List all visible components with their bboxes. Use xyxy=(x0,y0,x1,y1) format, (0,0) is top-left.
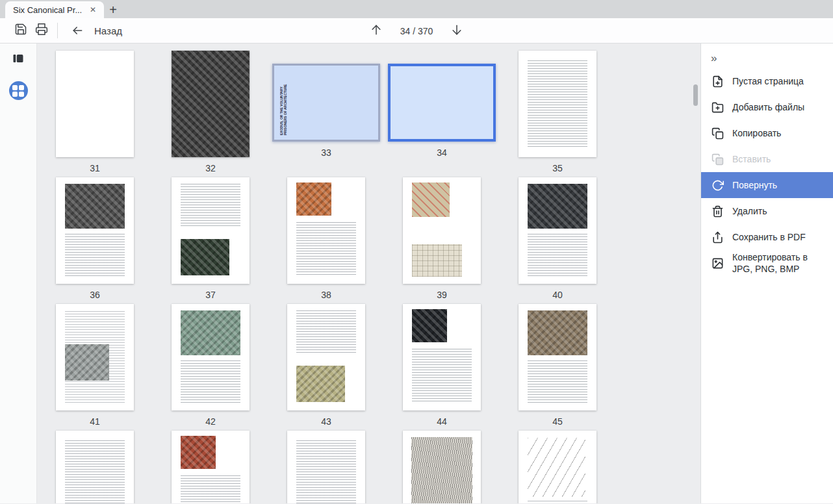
panel-item-add-files[interactable]: Добавить файлы xyxy=(701,94,833,120)
chevron-double-right-icon: » xyxy=(711,52,717,65)
panel-items: Пустая страницаДобавить файлыКопироватьВ… xyxy=(701,68,833,276)
page-thumbnail[interactable] xyxy=(519,304,596,410)
panel-item-label: Пустая страница xyxy=(732,75,804,87)
page-thumbnail[interactable] xyxy=(519,431,596,503)
page-thumbnail[interactable] xyxy=(56,431,134,503)
pages-panel-icon xyxy=(12,53,25,67)
tab-title: Six Canonical Pr... xyxy=(13,5,87,15)
panel-item-convert-image[interactable]: Конвертировать в JPG, PNG, BMP xyxy=(701,250,833,276)
page-thumbnail[interactable] xyxy=(403,304,481,410)
thumbnail-cell: 45 xyxy=(500,304,615,431)
panel-item-export-pdf[interactable]: Сохранить в PDF xyxy=(701,224,833,250)
add-files-icon xyxy=(711,101,724,114)
panel-item-label: Сохранить в PDF xyxy=(732,231,806,243)
thumbnail-cell: 39 xyxy=(384,177,500,304)
page-up-button[interactable] xyxy=(366,21,387,41)
page-thumbnail[interactable] xyxy=(287,177,365,284)
thumbnail-cell: 37 xyxy=(153,177,268,304)
page-thumbnail[interactable] xyxy=(287,304,365,410)
page-down-icon xyxy=(450,23,463,39)
panel-item-copy[interactable]: Копировать xyxy=(701,120,833,146)
save-button[interactable] xyxy=(10,21,31,40)
page-thumbnail[interactable] xyxy=(56,304,134,410)
thumbnail-cell xyxy=(384,431,500,503)
thumbnail-area: 3132EXODUS, OR THE VOLUNTARY PRISONERS O… xyxy=(37,44,700,503)
trash-icon xyxy=(711,205,724,218)
page-number-label: 45 xyxy=(552,416,563,427)
page-number-label: 37 xyxy=(205,290,216,300)
back-label: Назад xyxy=(94,25,122,36)
thumbnail-cell: 35 xyxy=(500,51,615,177)
back-button[interactable]: Назад xyxy=(67,21,122,40)
grid-view-button[interactable] xyxy=(9,81,28,100)
page-thumbnail[interactable] xyxy=(56,177,134,284)
thumbnail-cell: 36 xyxy=(37,177,153,304)
right-panel: » Пустая страницаДобавить файлыКопироват… xyxy=(700,44,833,503)
panel-item-label: Вставить xyxy=(732,153,771,165)
collapse-panel-button[interactable]: » xyxy=(701,49,833,68)
page-number-label: 35 xyxy=(552,163,563,173)
page-down-button[interactable] xyxy=(446,21,467,41)
panel-item-label: Добавить файлы xyxy=(732,101,804,113)
panel-item-rotate[interactable]: Повернуть xyxy=(701,172,833,198)
export-pdf-icon xyxy=(711,231,724,244)
page-thumbnail[interactable] xyxy=(172,51,250,157)
page-number-label: 33 xyxy=(321,147,331,158)
print-icon xyxy=(35,23,48,38)
paste-icon xyxy=(711,153,724,166)
thumbnail-cell: 42 xyxy=(153,304,268,431)
panel-item-label: Повернуть xyxy=(732,179,777,191)
page-thumbnail[interactable] xyxy=(56,51,134,157)
thumbnail-cell: 41 xyxy=(37,304,153,431)
copy-icon xyxy=(711,127,724,140)
thumbnail-cell: 31 xyxy=(37,51,153,177)
page-thumbnail[interactable]: EXODUS, OR THE VOLUNTARY PRISONERS OF AR… xyxy=(272,64,380,142)
rotated-page-title: EXODUS, OR THE VOLUNTARY PRISONERS OF AR… xyxy=(280,70,290,135)
document-tab[interactable]: Six Canonical Pr... ✕ xyxy=(5,1,104,18)
page-navigation: 34 / 370 xyxy=(366,18,467,44)
page-thumbnail[interactable] xyxy=(172,177,250,284)
left-rail xyxy=(0,44,37,503)
new-tab-button[interactable]: + xyxy=(104,1,122,18)
thumbnail-cell: 40 xyxy=(500,177,615,304)
page-number-label: 31 xyxy=(90,163,100,173)
page-indicator: 34 / 370 xyxy=(398,26,435,36)
page-thumbnail[interactable] xyxy=(172,304,250,410)
thumbnail-cell xyxy=(500,431,615,503)
page-thumbnail[interactable] xyxy=(403,177,481,284)
pages-panel-button[interactable] xyxy=(10,53,26,67)
thumbnail-cell: 38 xyxy=(268,177,384,304)
scrollbar[interactable] xyxy=(693,84,698,106)
toolbar-separator xyxy=(57,23,58,38)
page-number-label: 32 xyxy=(205,163,216,173)
page-number-label: 43 xyxy=(321,416,331,427)
thumbnail-cell xyxy=(268,431,384,503)
page-thumbnail[interactable] xyxy=(388,64,496,142)
thumbnail-cell xyxy=(153,431,268,503)
page-number-label: 38 xyxy=(321,290,331,300)
close-icon[interactable]: ✕ xyxy=(87,4,99,16)
thumbnail-cell: EXODUS, OR THE VOLUNTARY PRISONERS OF AR… xyxy=(268,51,384,177)
thumbnail-grid: 3132EXODUS, OR THE VOLUNTARY PRISONERS O… xyxy=(37,51,615,503)
page-thumbnail[interactable] xyxy=(287,431,365,503)
panel-item-trash[interactable]: Удалить xyxy=(701,198,833,224)
page-up-icon xyxy=(370,23,383,39)
page-thumbnail[interactable] xyxy=(172,431,250,503)
panel-item-label: Конвертировать в JPG, PNG, BMP xyxy=(732,251,827,275)
grid-view-icon xyxy=(12,85,18,90)
thumbnail-cell: 32 xyxy=(153,51,268,177)
thumbnail-cell xyxy=(37,431,153,503)
convert-image-icon xyxy=(711,257,724,270)
page-thumbnail[interactable] xyxy=(403,431,481,503)
tab-bar: Six Canonical Pr... ✕ + xyxy=(0,0,833,18)
panel-item-blank-page[interactable]: Пустая страница xyxy=(701,68,833,94)
page-number-label: 39 xyxy=(437,290,447,300)
thumbnail-cell: 44 xyxy=(384,304,500,431)
blank-page-icon xyxy=(711,75,724,88)
panel-item-label: Копировать xyxy=(732,127,781,139)
panel-item-paste: Вставить xyxy=(701,146,833,172)
page-thumbnail[interactable] xyxy=(519,51,596,157)
print-button[interactable] xyxy=(31,21,52,40)
rotate-icon xyxy=(711,179,724,192)
page-thumbnail[interactable] xyxy=(519,177,596,284)
